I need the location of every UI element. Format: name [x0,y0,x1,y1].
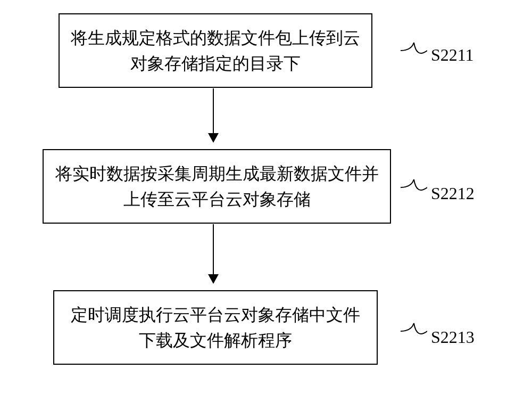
arrow-1 [213,88,214,142]
step-label-2: S2212 [431,184,475,203]
step-box-2: 将实时数据按采集周期生成最新数据文件并上传至云平台云对象存储 [43,149,391,224]
step-text-2: 将实时数据按采集周期生成最新数据文件并上传至云平台云对象存储 [54,161,379,212]
step-label-1: S2211 [431,45,474,65]
step-box-3: 定时调度执行云平台云对象存储中文件下载及文件解析程序 [53,290,378,365]
step-text-1: 将生成规定格式的数据文件包上传到云对象存储指定的目录下 [70,25,361,76]
step-box-1: 将生成规定格式的数据文件包上传到云对象存储指定的目录下 [59,13,372,88]
step-label-3: S2213 [431,327,475,347]
flowchart-container: 将生成规定格式的数据文件包上传到云对象存储指定的目录下 S2211 将实时数据按… [0,0,532,410]
connector-curve-1 [401,40,427,61]
step-text-3: 定时调度执行云平台云对象存储中文件下载及文件解析程序 [65,302,366,353]
connector-curve-2 [401,177,427,198]
arrow-2 [213,224,214,283]
connector-curve-3 [401,321,427,342]
